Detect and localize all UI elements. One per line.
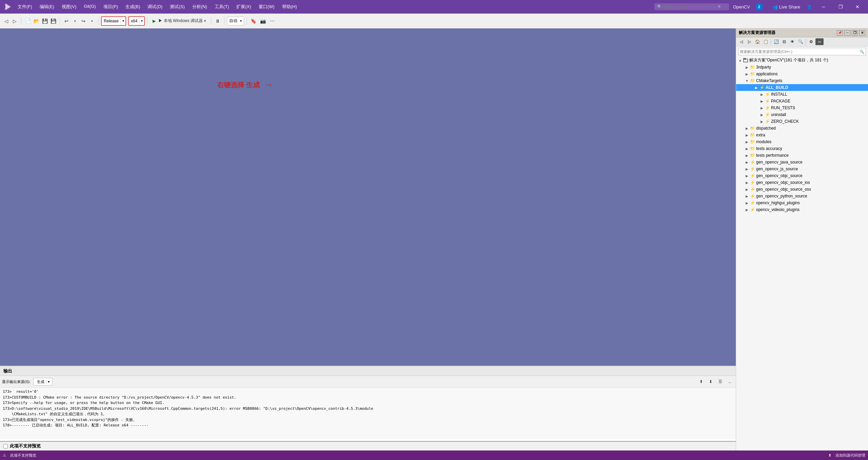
close-button[interactable]: ✕	[850, 1, 865, 12]
maximize-button[interactable]: ❐	[833, 1, 848, 12]
menu-file[interactable]: 文件(F)	[14, 2, 36, 11]
se-item-uninstall[interactable]: ▶ ⚡ uninstall	[736, 111, 868, 118]
run-icon: ▶	[153, 19, 156, 23]
menu-analyze[interactable]: 分析(N)	[189, 2, 211, 11]
menu-git[interactable]: Git(G)	[80, 2, 99, 11]
title-search[interactable]: 🔍 🔍	[654, 3, 729, 10]
redo-button[interactable]: ↪	[79, 16, 87, 26]
undo-button[interactable]: ↩	[62, 16, 71, 26]
output-clear-button[interactable]: ☰	[716, 377, 724, 386]
se-item-java-source[interactable]: ▶ ⚡ gen_opencv_java_source	[736, 159, 868, 166]
se-sync-btn[interactable]: ═	[815, 38, 824, 45]
se-item-cmake[interactable]: ▼ 📁 CMakeTargets	[736, 77, 868, 84]
se-forward-btn[interactable]: ▷	[746, 38, 753, 45]
se-item-objc-osx[interactable]: ▶ ⚡ gen_opencv_objc_source_osx	[736, 186, 868, 193]
platform-arrow: ▾	[139, 17, 144, 25]
se-search-bar[interactable]: 🔍	[738, 48, 866, 55]
menu-debug[interactable]: 调试(D)	[144, 2, 166, 11]
output-up-button[interactable]: ⬆	[697, 377, 705, 386]
se-item-modules[interactable]: ▶ 📁 modules	[736, 138, 868, 145]
se-back-btn[interactable]: ◁	[737, 38, 745, 45]
folder-icon-tests-performance: 📁	[750, 153, 755, 158]
folder-icon-3rdparty: 📁	[750, 64, 755, 70]
auto-dropdown[interactable]: 自动 ▾	[227, 17, 244, 25]
se-pin-button[interactable]: 📌	[837, 30, 843, 36]
se-item-objc-source[interactable]: ▶ ⚡ gen_opencv_objc_source	[736, 172, 868, 179]
more-button[interactable]: ⋯	[268, 16, 276, 26]
menu-project[interactable]: 项目(P)	[100, 2, 121, 11]
se-item-dispatched[interactable]: ▶ 📁 dispatched	[736, 125, 868, 132]
camera-button[interactable]: 📷	[259, 16, 267, 26]
se-item-3rdparty[interactable]: ▶ 📁 3rdparty	[736, 64, 868, 71]
se-item-extra[interactable]: ▶ 📁 extra	[736, 132, 868, 138]
arrow-java-source: ▶	[744, 159, 750, 165]
live-share-button[interactable]: 👥 Live Share	[770, 1, 803, 12]
se-item-applications[interactable]: ▶ 📁 applications	[736, 71, 868, 77]
se-minimize-button[interactable]: ─	[844, 30, 850, 36]
menu-tools[interactable]: 工具(T)	[211, 2, 233, 11]
se-item-install[interactable]: ▶ ⚡ INSTALL	[736, 91, 868, 98]
root-collapse-arrow: ▲	[737, 58, 743, 63]
bookmark-button[interactable]: 🔖	[249, 16, 257, 26]
menu-extensions[interactable]: 扩展(X)	[233, 2, 254, 11]
person-icon[interactable]: 👤	[804, 1, 814, 12]
se-refresh-btn[interactable]: 🔄	[772, 38, 780, 45]
se-filter-btn[interactable]: 🔍	[797, 38, 804, 45]
se-item-package[interactable]: ▶ ⚡ PACKAGE	[736, 98, 868, 104]
new-file-button[interactable]: 📄	[24, 16, 32, 26]
se-item-tests-performance[interactable]: ▶ 📁 tests performance	[736, 152, 868, 159]
se-search-input[interactable]	[740, 50, 860, 54]
output-wrap-button[interactable]: ⎵	[726, 377, 734, 386]
se-root-item[interactable]: ▲ 解决方案"OpenCV"(181 个项目，共 181 个)	[736, 57, 868, 64]
platform-dropdown[interactable]: x64 ▾	[128, 16, 145, 26]
config-dropdown[interactable]: Release ▾	[101, 16, 126, 26]
label-videoio: opencv_videoio_plugins	[756, 207, 800, 212]
forward-button[interactable]: ▷	[11, 16, 19, 26]
search-input[interactable]	[664, 4, 718, 9]
menu-window[interactable]: 窗口(W)	[255, 2, 278, 11]
back-button[interactable]: ◁	[2, 16, 10, 26]
label-objc-osx: gen_opencv_objc_source_osx	[756, 187, 811, 192]
source-dropdown[interactable]: 生成 ▾	[33, 378, 53, 385]
se-item-js-source[interactable]: ▶ ⚡ gen_opencv_js_source	[736, 166, 868, 172]
label-applications: applications	[756, 72, 777, 76]
se-item-highgui[interactable]: ▶ ⚡ opencv_highgui_plugins	[736, 199, 868, 206]
se-show-all-btn[interactable]: 👁	[789, 38, 796, 45]
se-item-run-tests[interactable]: ▶ ⚡ RUN_TESTS	[736, 104, 868, 111]
arrow-install: ▶	[759, 92, 765, 97]
menu-view[interactable]: 视图(V)	[58, 2, 80, 11]
label-package: PACKAGE	[771, 99, 790, 103]
se-close-button[interactable]: ✕	[859, 30, 865, 36]
se-tree[interactable]: ▲ 解决方案"OpenCV"(181 个项目，共 181 个) ▶ 📁 3rdp…	[736, 57, 868, 451]
menu-build[interactable]: 生成(B)	[122, 2, 143, 11]
redo-dropdown[interactable]: ▾	[88, 16, 96, 26]
notification-badge[interactable]: 2	[755, 3, 763, 11]
se-item-objc-ios[interactable]: ▶ ⚡ gen_opencv_objc_source_ios	[736, 179, 868, 186]
se-item-all-build[interactable]: ▶ ⚡ ALL_BUILD	[736, 84, 868, 91]
menu-test[interactable]: 测试(S)	[166, 2, 188, 11]
undo-dropdown[interactable]: ▾	[71, 16, 79, 26]
menu-help[interactable]: 帮助(H)	[279, 2, 300, 11]
se-item-tests-accuracy[interactable]: ▶ 📁 tests accuracy	[736, 145, 868, 152]
save-button[interactable]: 💾	[41, 16, 49, 26]
se-prop-btn[interactable]: 📋	[762, 38, 769, 45]
status-bar: ⚠ 此项不支持预览 ⬆ 添加到源代码管理	[0, 451, 868, 460]
output-down-button[interactable]: ⬇	[707, 377, 715, 386]
sep3	[98, 17, 99, 25]
se-item-videoio[interactable]: ▶ ⚡ opencv_videoio_plugins	[736, 206, 868, 213]
minimize-button[interactable]: ─	[816, 1, 831, 12]
open-button[interactable]: 📂	[32, 16, 40, 26]
save-all-button[interactable]: 💾	[49, 16, 57, 26]
attach-button[interactable]: ⏸	[214, 16, 222, 26]
run-button[interactable]: ▶ ▶ 本地 Windows 调试器 ▾	[150, 17, 209, 25]
solution-icon	[743, 58, 748, 63]
se-item-zero-check[interactable]: ▶ ⚡ ZERO_CHECK	[736, 118, 868, 125]
se-settings-btn[interactable]: ⚙	[807, 38, 815, 45]
menu-edit[interactable]: 编辑(E)	[36, 2, 58, 11]
se-item-python-source[interactable]: ▶ ⚡ gen_opencv_python_source	[736, 193, 868, 199]
se-home-btn[interactable]: 🏠	[754, 38, 761, 45]
error-checkbox[interactable]	[3, 444, 8, 448]
auto-value: 自动	[229, 18, 237, 24]
se-maximize-button[interactable]: ❐	[852, 30, 858, 36]
se-collapse-btn[interactable]: ⊟	[781, 38, 788, 45]
